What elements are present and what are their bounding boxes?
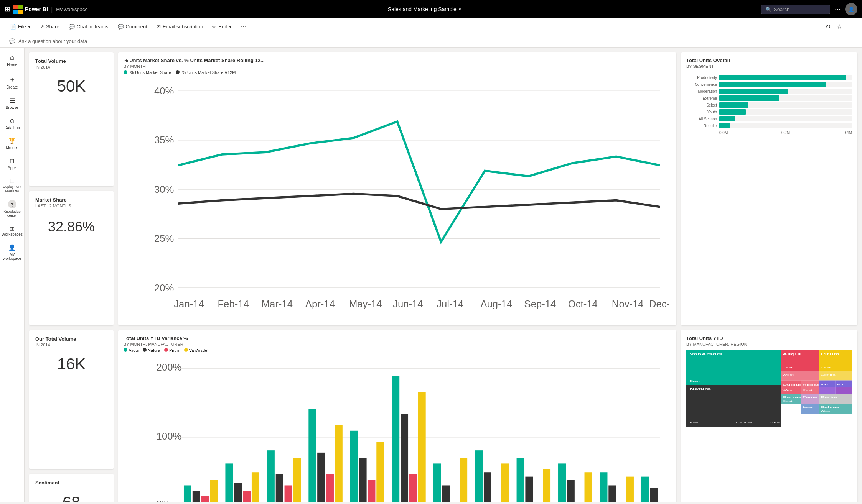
bar-mar-vanarsdel (293, 458, 301, 502)
bar-nov-aliqui (600, 472, 607, 502)
search-icon: 🔍 (765, 7, 771, 12)
svg-text:East: East (690, 422, 700, 424)
legend-dot-vanarsdel (184, 348, 188, 352)
market-share-title: Market Share (35, 197, 107, 203)
workspace-label[interactable]: My workspace (56, 7, 88, 12)
fullscreen-button[interactable]: ⛶ (847, 21, 856, 32)
bar-fill-regular (719, 123, 730, 128)
sidebar-item-browse[interactable]: ☰ Browse (1, 94, 23, 113)
search-box[interactable]: 🔍 Search (761, 5, 830, 14)
market-share-card[interactable]: Market Share LAST 12 MONTHS 32.86% (29, 191, 114, 325)
svg-text:Fama: Fama (802, 396, 817, 398)
svg-text:Barba: Barba (821, 396, 837, 398)
email-subscription-button[interactable]: ✉ Email subscription (153, 22, 207, 31)
total-volume-card[interactable]: Total Volume IN 2014 50K (29, 52, 114, 186)
svg-text:Natura: Natura (690, 387, 711, 391)
bar-fill-allseason (719, 116, 735, 121)
qa-bar[interactable]: 💬 Ask a question about your data (0, 35, 862, 48)
legend-aliqui: Aliqui (124, 348, 139, 353)
knowledge-icon: ? (8, 200, 16, 208)
secondary-toolbar: 📄 File ▾ ↗ Share 💬 Chat in Teams 💬 Comme… (0, 18, 862, 35)
bar-apr-natura (317, 453, 325, 502)
line-chart-card[interactable]: % Units Market Share vs. % Units Market … (118, 52, 676, 325)
line-chart-title: % Units Market Share vs. % Units Market … (124, 57, 671, 63)
svg-rect-2 (13, 10, 18, 14)
our-total-volume-card[interactable]: Our Total Volume IN 2014 16K (29, 330, 114, 469)
file-button[interactable]: 📄 File ▾ (6, 22, 35, 31)
bar-mar-aliqui (267, 450, 275, 502)
sidebar-label-datahub: Data hub (4, 126, 20, 130)
more-button[interactable]: ··· (237, 22, 250, 32)
bar-chart-card[interactable]: Total Units Overall BY SEGMENT Productiv… (681, 52, 857, 325)
sidebar-item-knowledge[interactable]: ? Knowledge center (1, 197, 23, 220)
svg-text:May-14: May-14 (349, 299, 382, 309)
market-share-value: 32.86% (35, 219, 107, 235)
sidebar-item-metrics[interactable]: 🏆 Metrics (1, 135, 23, 153)
home-icon: ⌂ (10, 54, 14, 62)
bar-row-youth: Youth (686, 109, 852, 115)
sidebar-item-deployment[interactable]: ◫ Deployment pipelines (1, 174, 23, 195)
more-options-button[interactable]: ··· (835, 5, 841, 13)
treemap-leo (801, 404, 819, 414)
bar-aug-natura (484, 472, 491, 502)
svg-text:25%: 25% (154, 233, 174, 244)
bar-fill-productivity (719, 75, 846, 80)
sentiment-card[interactable]: Sentiment 68 (29, 474, 114, 502)
file-icon: 📄 (10, 24, 16, 30)
svg-text:East: East (783, 400, 793, 402)
sidebar-item-home[interactable]: ⌂ Home (1, 51, 23, 70)
bar-chart-title: Total Units Overall (686, 57, 852, 63)
dashboard-row1: Total Volume IN 2014 50K Market Share LA… (29, 52, 857, 325)
user-avatar[interactable]: 👤 (845, 3, 857, 15)
sidebar-item-create[interactable]: ＋ Create (1, 72, 23, 92)
edit-icon: ✏ (212, 24, 216, 30)
bar-oct-natura (567, 480, 575, 502)
sidebar-item-apps[interactable]: ⊞ Apps (1, 154, 23, 173)
treemap-card[interactable]: Total Units YTD BY MANUFACTURER, REGION … (681, 330, 857, 502)
svg-text:30%: 30% (154, 184, 174, 195)
bar-aug-vanarsdel (501, 463, 509, 502)
svg-rect-3 (18, 10, 23, 14)
top-navigation: ⊞ Power BI | My workspace Sales and Mark… (0, 0, 862, 18)
myworkspace-icon: 👤 (8, 244, 16, 251)
treemap-fama (801, 394, 819, 404)
bar-jun-aliqui (392, 376, 399, 502)
edit-button[interactable]: ✏ Edit ▾ (208, 22, 235, 31)
sidebar-item-workspaces[interactable]: ▦ Workspaces (1, 222, 23, 240)
bar-jan-vanarsdel (210, 480, 218, 502)
our-volume-title: Our Total Volume (35, 336, 107, 342)
svg-text:West: West (821, 410, 832, 412)
treemap-salvus (819, 404, 852, 414)
sidebar-item-datahub[interactable]: ⊙ Data hub (1, 114, 23, 133)
email-icon: ✉ (157, 24, 161, 30)
grouped-bar-legend: Aliqui Natura Pirum VanArsdel (124, 348, 671, 353)
grouped-bar-chart-card[interactable]: Total Units YTD Variance % BY MONTH, MAN… (118, 330, 676, 502)
sidebar-label-metrics: Metrics (6, 146, 18, 150)
sidebar-label-create: Create (6, 85, 18, 89)
refresh-button[interactable]: ↻ (824, 21, 832, 32)
bar-may-pirum (368, 480, 375, 502)
toolbar-right-actions: ↻ ☆ ⛶ (824, 21, 856, 32)
bar-jul-natura (442, 485, 450, 502)
svg-text:Jul-14: Jul-14 (437, 299, 463, 309)
total-volume-value: 50K (35, 77, 107, 95)
report-title-chevron[interactable]: ▾ (459, 7, 461, 12)
comment-button[interactable]: 💬 Comment (114, 22, 151, 31)
app-name: Power BI (25, 6, 48, 12)
bar-jun-vanarsdel (418, 392, 426, 502)
legend-dot-natura (143, 348, 147, 352)
favorite-button[interactable]: ☆ (835, 21, 844, 32)
waffle-icon[interactable]: ⊞ (5, 5, 10, 13)
sidebar-item-myworkspace[interactable]: 👤 My workspace (1, 241, 23, 264)
bar-row-productivity: Productivity (686, 75, 852, 80)
sidebar-label-workspaces: Workspaces (2, 232, 23, 236)
sidebar-label-myworkspace: My workspace (3, 252, 22, 261)
treemap-title: Total Units YTD (686, 335, 852, 341)
bar-jan-aliqui (184, 485, 191, 502)
line-r12m (178, 194, 660, 209)
chat-in-teams-button[interactable]: 💬 Chat in Teams (65, 22, 112, 31)
line-market-share (178, 121, 660, 242)
share-button[interactable]: ↗ Share (36, 22, 63, 31)
qa-icon: 💬 (9, 38, 15, 44)
left-col-row2: Our Total Volume IN 2014 16K Sentiment 6… (29, 330, 114, 502)
